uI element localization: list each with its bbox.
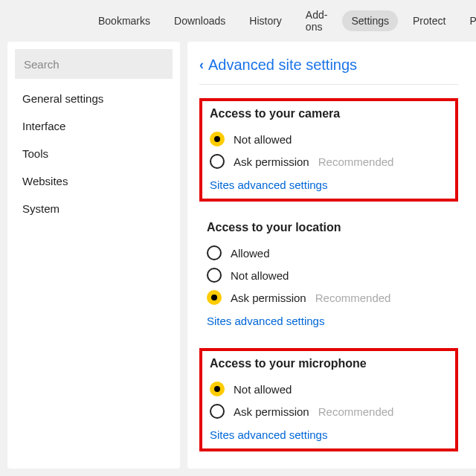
radio-icon[interactable] — [210, 154, 225, 169]
recommended-label: Recommended — [318, 155, 394, 168]
option-label: Ask permission — [231, 292, 306, 304]
option-label: Allowed — [231, 247, 270, 260]
top-tab-bar: Bookmarks Downloads History Add-ons Sett… — [0, 0, 476, 42]
option-label: Ask permission — [234, 155, 309, 168]
radio-icon[interactable] — [207, 245, 222, 260]
sidebar-item-websites[interactable]: Websites — [7, 167, 180, 195]
search-input[interactable] — [15, 49, 173, 79]
group-microphone-title: Access to your microphone — [210, 357, 448, 370]
radio-icon[interactable] — [210, 132, 225, 147]
sidebar-item-tools[interactable]: Tools — [7, 140, 180, 167]
tab-history[interactable]: History — [240, 10, 291, 31]
option-label: Not allowed — [234, 133, 292, 146]
radio-icon[interactable] — [207, 290, 222, 305]
option-label: Not allowed — [234, 383, 292, 396]
option-location-ask[interactable]: Ask permission Recommended — [207, 286, 451, 309]
option-mic-ask[interactable]: Ask permission Recommended — [210, 400, 448, 422]
option-label: Not allowed — [231, 269, 289, 282]
tab-passwords[interactable]: Passwords — [460, 10, 476, 31]
breadcrumb[interactable]: ‹ Advanced site settings — [199, 57, 458, 85]
tab-downloads[interactable]: Downloads — [165, 10, 234, 31]
radio-icon[interactable] — [210, 404, 225, 419]
tab-addons[interactable]: Add-ons — [297, 4, 337, 37]
settings-sidebar: General settings Interface Tools Website… — [7, 42, 180, 469]
sites-advanced-link[interactable]: Sites advanced settings — [210, 178, 327, 191]
option-mic-not-allowed[interactable]: Not allowed — [210, 378, 448, 400]
chevron-left-icon: ‹ — [199, 57, 204, 73]
tab-bookmarks[interactable]: Bookmarks — [89, 10, 159, 31]
radio-icon[interactable] — [207, 268, 222, 283]
main-panel: ‹ Advanced site settings Access to your … — [187, 42, 476, 469]
option-location-not-allowed[interactable]: Not allowed — [207, 264, 451, 286]
sidebar-item-interface[interactable]: Interface — [7, 112, 180, 140]
sites-advanced-link[interactable]: Sites advanced settings — [210, 428, 327, 441]
recommended-label: Recommended — [318, 405, 394, 418]
option-camera-ask[interactable]: Ask permission Recommended — [210, 150, 448, 173]
sidebar-item-system[interactable]: System — [7, 195, 180, 222]
tab-protect[interactable]: Protect — [404, 10, 454, 31]
option-location-allowed[interactable]: Allowed — [207, 242, 451, 264]
option-label: Ask permission — [234, 405, 309, 418]
tab-settings[interactable]: Settings — [342, 10, 398, 31]
group-camera: Access to your camera Not allowed Ask pe… — [199, 98, 458, 202]
group-location-title: Access to your location — [207, 221, 451, 234]
group-microphone: Access to your microphone Not allowed As… — [199, 348, 458, 451]
option-camera-not-allowed[interactable]: Not allowed — [210, 128, 448, 150]
sites-advanced-link[interactable]: Sites advanced settings — [207, 315, 324, 327]
group-camera-title: Access to your camera — [210, 107, 448, 120]
breadcrumb-label: Advanced site settings — [208, 57, 357, 74]
radio-icon[interactable] — [210, 382, 225, 396]
sidebar-item-general[interactable]: General settings — [7, 85, 180, 112]
recommended-label: Recommended — [315, 292, 391, 304]
group-location: Access to your location Allowed Not allo… — [199, 215, 458, 335]
